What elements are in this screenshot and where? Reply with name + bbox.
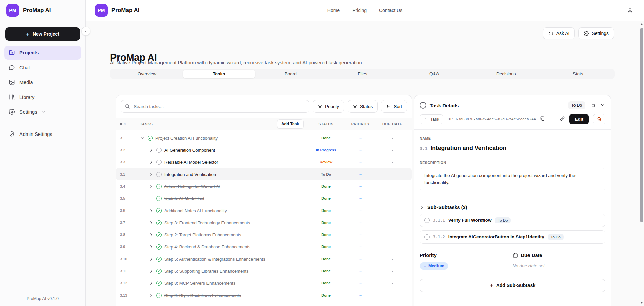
task-status-circle-icon[interactable]	[156, 172, 162, 177]
task-row[interactable]: 3.4Admin Settings for Wizard AIDone–-	[116, 180, 412, 192]
task-complete-check-icon[interactable]	[156, 293, 162, 298]
task-row[interactable]: 3.5Update AI Model ListDone–-	[116, 192, 412, 204]
task-row[interactable]: 3.2AI Generation ComponentIn Progress–-	[116, 144, 412, 156]
task-complete-check-icon[interactable]	[156, 196, 162, 201]
sidebar-item-settings[interactable]: Settings	[4, 105, 81, 119]
sidebar-item-projects[interactable]: Projects	[4, 46, 81, 60]
status-badge[interactable]: To Do	[568, 101, 585, 109]
settings-button[interactable]: Settings	[578, 27, 614, 39]
task-status-circle-icon[interactable]	[420, 102, 426, 109]
chevron-right-icon[interactable]	[149, 172, 154, 177]
tab-stats[interactable]: Stats	[542, 70, 614, 78]
chevron-right-icon[interactable]	[149, 232, 154, 237]
nav-link-pricing[interactable]: Pricing	[352, 8, 367, 13]
chevron-right-icon[interactable]	[149, 257, 154, 262]
task-complete-check-icon[interactable]	[148, 136, 153, 141]
task-due-date: -	[376, 172, 408, 176]
status-filter-button[interactable]: Status	[348, 100, 378, 113]
task-priority: –	[344, 148, 376, 152]
chevron-right-icon[interactable]	[149, 148, 154, 153]
task-complete-check-icon[interactable]	[156, 244, 162, 250]
task-status-circle-icon[interactable]	[156, 160, 162, 165]
tab-files[interactable]: Files	[327, 70, 399, 78]
page-subtitle: AI-Native Project Management Platform wi…	[110, 60, 362, 65]
task-row[interactable]: 3.13Step 9: Style Guidelines Enhancement…	[116, 289, 412, 301]
chevron-right-icon[interactable]	[149, 281, 154, 286]
task-complete-check-icon[interactable]	[156, 281, 162, 286]
task-complete-check-icon[interactable]	[156, 257, 162, 262]
nav-link-contact-us[interactable]: Contact Us	[379, 8, 402, 13]
task-complete-check-icon[interactable]	[156, 269, 162, 274]
chevron-right-icon[interactable]	[149, 220, 154, 225]
copy-link-button[interactable]	[560, 116, 565, 122]
ask-ai-button[interactable]: Ask AI	[543, 27, 575, 39]
task-row[interactable]: 3.6Additional Notes AI FunctionalityDone…	[116, 204, 412, 217]
chevron-right-icon[interactable]	[149, 293, 154, 298]
nav-link-home[interactable]: Home	[327, 8, 340, 13]
subtask-status-circle-icon[interactable]	[424, 234, 430, 240]
task-complete-check-icon[interactable]	[156, 232, 162, 237]
sub-subtask-item[interactable]: 3.1.1Verify Full WorkflowTo Do	[420, 214, 605, 227]
column-number[interactable]: # ↑↓	[119, 122, 140, 126]
tab-tasks[interactable]: Tasks	[183, 70, 255, 78]
due-date-label: Due Date	[521, 253, 542, 258]
priority-value-badge[interactable]: – Medium	[420, 262, 448, 270]
tab-overview[interactable]: Overview	[111, 70, 183, 78]
task-description[interactable]: Integrate the AI generation component in…	[420, 168, 605, 190]
task-row[interactable]: 3.10Step 5: Authentication & Integration…	[116, 253, 412, 265]
sidebar-item-media[interactable]: Media	[4, 75, 81, 89]
priority-filter-button[interactable]: Priority	[313, 100, 344, 113]
task-complete-check-icon[interactable]	[156, 208, 162, 213]
copy-id-button[interactable]	[540, 116, 545, 122]
back-to-task-button[interactable]: Task	[420, 114, 443, 124]
task-complete-check-icon[interactable]	[156, 184, 162, 189]
scroll-up-arrow-icon[interactable]	[640, 23, 643, 25]
subtask-status-circle-icon[interactable]	[424, 218, 430, 223]
edit-button[interactable]: Edit	[569, 114, 589, 124]
task-row[interactable]: 3.7Step 3: Frontend Technology Enhanceme…	[116, 217, 412, 229]
task-row[interactable]: 3.11Step 6: Supporting Libraries Enhance…	[116, 265, 412, 277]
scrollbar-thumb[interactable]	[640, 28, 643, 222]
chevron-right-icon[interactable]	[149, 160, 154, 165]
add-task-button[interactable]: Add Task	[277, 119, 304, 129]
search-tasks-input[interactable]	[121, 100, 309, 113]
page-scrollbar[interactable]	[639, 21, 644, 306]
sort-filter-button[interactable]: Sort	[381, 100, 407, 113]
sidebar-collapse-button[interactable]	[81, 27, 90, 36]
chevron-right-icon[interactable]	[149, 269, 154, 274]
task-main: Step 3: Frontend Technology Enhancements	[140, 220, 308, 225]
task-row[interactable]: 3.3Reusable AI Model SelectorReview–-	[116, 156, 412, 168]
task-row[interactable]: 3.12Step 8: MCP Servers EnhancementsDone…	[116, 277, 412, 289]
collapse-details-button[interactable]	[600, 102, 605, 109]
task-row[interactable]: 3Project Creation AI FunctionalityDone–-	[116, 132, 412, 144]
chevron-right-icon[interactable]	[149, 208, 154, 213]
panel-title: Task Details	[430, 103, 459, 108]
chevron-right-icon[interactable]	[149, 184, 154, 189]
check-icon	[157, 197, 160, 200]
user-account-button[interactable]	[627, 7, 633, 14]
sub-subtask-item[interactable]: 3.1.2Integrate AIGeneratorButton in Step…	[420, 230, 605, 244]
sidebar-item-chat[interactable]: Chat	[4, 61, 81, 74]
scroll-down-arrow-icon[interactable]	[640, 302, 643, 304]
duplicate-task-button[interactable]	[590, 102, 595, 109]
sidebar-item-admin-settings[interactable]: Admin Settings	[4, 127, 81, 141]
task-row[interactable]: 3.1Integration and VerificationTo Do–-	[116, 168, 412, 180]
new-project-button[interactable]: + New Project	[5, 27, 80, 41]
link-icon	[560, 116, 565, 121]
task-status: To Do	[308, 172, 344, 176]
sidebar-item-library[interactable]: Library	[4, 90, 81, 104]
task-row[interactable]: 3.9Step 4: Backend & Database Enhancemen…	[116, 241, 412, 253]
task-row[interactable]: 3.8Step 2: Target Platforms Enhancements…	[116, 229, 412, 241]
top-brand[interactable]: PM ProMap AI	[95, 4, 139, 17]
tab-board[interactable]: Board	[255, 70, 327, 78]
tab-q-a[interactable]: Q&A	[398, 70, 470, 78]
tab-decisions[interactable]: Decisions	[470, 70, 542, 78]
chevron-right-icon[interactable]	[149, 244, 154, 250]
delete-task-button[interactable]	[593, 114, 605, 124]
sub-subtasks-toggle[interactable]: Sub-Subtasks (2)	[420, 205, 605, 210]
add-sub-subtask-button[interactable]: + Add Sub-Subtask	[420, 279, 605, 292]
due-date-value[interactable]: No due date set	[513, 263, 606, 268]
task-complete-check-icon[interactable]	[156, 220, 162, 225]
chevron-down-icon[interactable]	[140, 136, 145, 141]
task-status-circle-icon[interactable]	[156, 148, 162, 153]
